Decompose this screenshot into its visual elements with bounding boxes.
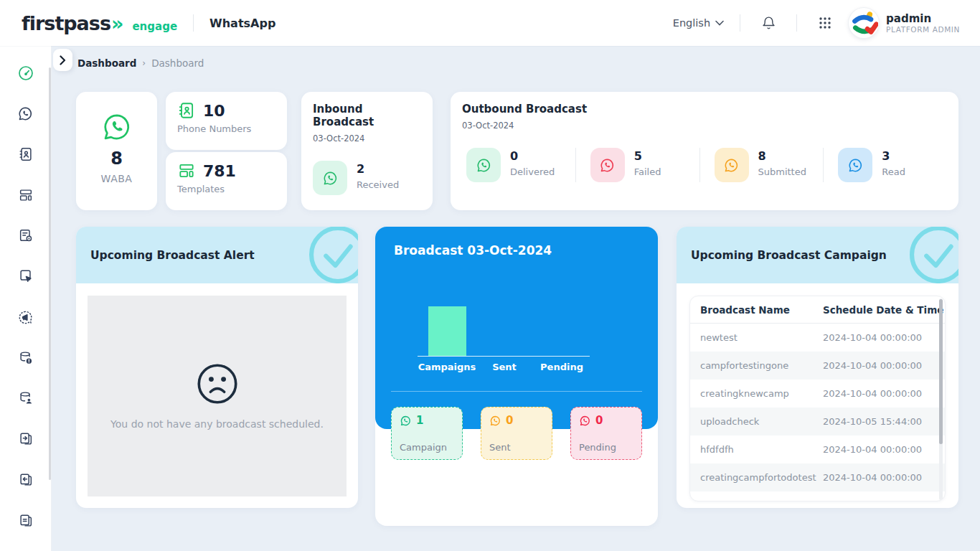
inbound-title: Inbound Broadcast [313, 103, 421, 128]
broadcast-chart-panel: Broadcast 03-Oct-2024 Campaigns Sent Pen… [375, 227, 658, 429]
divider [740, 14, 740, 32]
column-schedule: Schedule Date & Time [823, 304, 943, 316]
alert-card-title: Upcoming Broadcast Alert [90, 249, 255, 262]
phone-numbers-card: 10 Phone Numbers [166, 92, 287, 150]
campaign-summary-card: 1 Campaign [391, 407, 463, 460]
alert-card-header: Upcoming Broadcast Alert [76, 227, 358, 283]
outbound-date: 03-Oct-2024 [462, 121, 947, 131]
table-row[interactable]: hfdfdfh 2024-10-04 00:00:00 [690, 435, 945, 463]
row-schedule: 2024-10-04 00:00:00 [823, 332, 922, 343]
phone-numbers-count: 10 [203, 102, 225, 120]
row-name: creatingknewcamp [690, 388, 823, 399]
failed-stat: 5 Failed [575, 148, 699, 182]
upcoming-broadcast-alert-card: Upcoming Broadcast Alert You do not have… [76, 227, 358, 508]
row-name: creatingcampfortodotest [690, 472, 823, 483]
whatsapp-icon [590, 148, 625, 182]
whatsapp-icon [466, 148, 501, 182]
delivered-label: Delivered [510, 166, 555, 177]
inbound-date: 03-Oct-2024 [313, 133, 421, 143]
read-label: Read [882, 166, 905, 177]
table-scrollbar[interactable] [939, 299, 943, 444]
sidebar-nav [0, 46, 52, 551]
breadcrumb-root[interactable]: Dashboard [77, 57, 136, 69]
sidebar-item-dashboard-icon[interactable] [13, 60, 39, 86]
sidebar-item-file-export-icon[interactable] [13, 426, 39, 452]
sidebar-item-data-alerts-icon[interactable] [13, 345, 39, 371]
table-row[interactable]: campfortestingone 2024-10-04 00:00:00 [690, 352, 945, 380]
sidebar-item-file-import-icon[interactable] [13, 467, 39, 493]
campaign-card-header: Upcoming Broadcast Campaign [677, 227, 958, 283]
sidebar-item-campaign-form-icon[interactable] [13, 222, 39, 248]
sidebar-item-audience-data-icon[interactable] [13, 385, 39, 411]
submitted-label: Submitted [758, 166, 806, 177]
top-navbar: firstpass » engage WhatsApp English [0, 0, 980, 46]
sidebar-expand-button[interactable] [53, 49, 72, 71]
whatsapp-icon [838, 148, 872, 182]
user-info[interactable]: padmin PLATFORM ADMIN [886, 12, 960, 34]
received-count: 2 [357, 162, 399, 176]
firstpass-logo[interactable]: firstpass » engage [22, 12, 177, 34]
table-row[interactable]: creatingknewcamp 2024-10-04 00:00:00 [690, 380, 945, 408]
templates-count: 781 [203, 162, 236, 180]
language-selector[interactable]: English [673, 17, 724, 29]
upcoming-broadcast-campaign-card: Upcoming Broadcast Campaign Broadcast Na… [677, 227, 958, 508]
whatsapp-icon [489, 415, 501, 427]
sidebar-scrollbar[interactable] [49, 67, 51, 480]
divider [796, 14, 797, 32]
campaign-summary-count: 1 [416, 414, 423, 427]
empty-broadcast-message: You do not have any broadcast scheduled. [110, 418, 324, 430]
apps-grid-icon[interactable] [813, 11, 837, 35]
avatar[interactable] [849, 8, 879, 38]
phone-numbers-label: Phone Numbers [177, 123, 275, 134]
templates-card: 781 Templates [166, 152, 287, 210]
x-label-pending: Pending [540, 362, 583, 372]
row-schedule: 2024-10-04 00:00:00 [823, 444, 922, 455]
sad-face-icon [196, 362, 239, 405]
user-role: PLATFORM ADMIN [886, 25, 960, 34]
empty-broadcast-panel: You do not have any broadcast scheduled. [88, 296, 347, 496]
breadcrumb: Dashboard › Dashboard [77, 57, 204, 69]
read-stat: 3 Read [823, 148, 947, 182]
waba-card: 8 WABA [76, 92, 157, 210]
received-label: Received [357, 179, 399, 190]
contact-book-icon [177, 101, 196, 120]
chart-x-axis-labels: Campaigns Sent Pending [418, 362, 590, 375]
templates-label: Templates [177, 184, 275, 194]
whatsapp-icon [313, 161, 347, 195]
table-row[interactable]: creatingcampfortodotest 2024-10-04 00:00… [690, 463, 945, 491]
notifications-bell-icon[interactable] [756, 11, 781, 35]
x-label-sent: Sent [492, 362, 517, 372]
breadcrumb-current: Dashboard [151, 57, 204, 69]
row-name: uploadcheck [690, 416, 823, 427]
sidebar-item-reports-icon[interactable] [13, 508, 39, 534]
chevron-down-icon [715, 20, 724, 26]
table-row[interactable]: uploadcheck 2024-10-05 15:44:00 [690, 408, 945, 435]
outbound-broadcast-card: Outbound Broadcast 03-Oct-2024 0 Deliver… [451, 92, 958, 210]
waba-count: 8 [110, 149, 123, 169]
table-row[interactable]: newtest 2024-10-04 00:00:00 [690, 324, 945, 352]
broadcast-chart-card: Broadcast 03-Oct-2024 Campaigns Sent Pen… [375, 227, 658, 526]
row-name: hfdfdfh [690, 444, 823, 455]
submitted-stat: 8 Submitted [699, 148, 824, 182]
waba-label: WABA [101, 173, 133, 184]
sidebar-item-announcements-icon[interactable] [13, 304, 39, 330]
sidebar-item-whatsapp-icon[interactable] [13, 100, 39, 126]
read-count: 3 [882, 149, 905, 163]
sidebar-item-knowledge-export-icon[interactable] [13, 263, 39, 289]
pending-summary-label: Pending [579, 442, 633, 453]
whatsapp-icon [101, 111, 133, 143]
column-broadcast-name: Broadcast Name [690, 304, 823, 316]
sent-summary-count: 0 [506, 414, 513, 427]
sent-summary-card: 0 Sent [481, 407, 552, 460]
logo-chevrons-icon: » [111, 12, 123, 34]
failed-count: 5 [634, 149, 661, 163]
row-schedule: 2024-10-04 00:00:00 [823, 360, 922, 371]
sidebar-item-templates-icon[interactable] [13, 182, 39, 208]
campaign-table-header: Broadcast Name Schedule Date & Time [690, 296, 945, 324]
row-name: newtest [690, 332, 823, 343]
check-circle-icon [907, 227, 958, 283]
row-schedule: 2024-10-04 00:00:00 [823, 472, 922, 483]
pending-summary-card: 0 Pending [570, 407, 642, 460]
sidebar-item-contacts-icon[interactable] [13, 141, 39, 167]
bar-campaigns [428, 306, 466, 356]
